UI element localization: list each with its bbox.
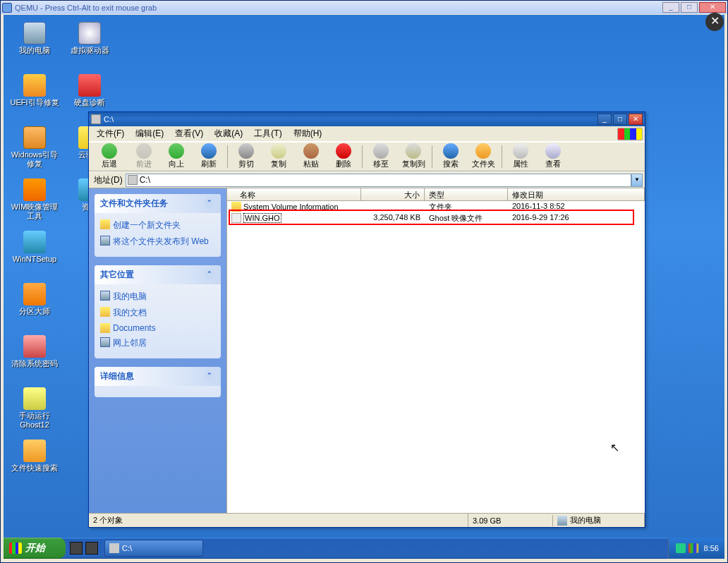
address-dropdown-button[interactable]: ▼ xyxy=(631,174,643,187)
desktop-icon[interactable]: WinNTSetup xyxy=(8,228,61,274)
toolbar-button[interactable]: 前进 xyxy=(128,143,159,171)
column-size[interactable]: 大小 xyxy=(361,188,425,200)
file-row[interactable]: WIN.GHO3,250,748 KBGhost 映像文件2016-9-29 1… xyxy=(227,212,645,224)
status-count: 2 个对象 xyxy=(89,514,468,527)
toolbar-icon xyxy=(336,143,351,159)
app-icon xyxy=(23,335,46,358)
toolbar-icon xyxy=(169,143,184,159)
quick-launch-item[interactable] xyxy=(70,542,83,555)
status-location: 我的电脑 xyxy=(553,514,645,527)
app-icon xyxy=(78,74,101,97)
toolbar-icon xyxy=(513,143,528,159)
column-date[interactable]: 修改日期 xyxy=(508,188,645,200)
tray-icon[interactable] xyxy=(688,543,698,553)
menu-item[interactable]: 文件(F) xyxy=(91,127,130,140)
task-panel: 文件和文件夹任务⌃创建一个新文件夹将这个文件夹发布到 Web xyxy=(95,194,221,257)
tray-icon[interactable] xyxy=(676,543,686,553)
qemu-maximize-button[interactable]: □ xyxy=(681,2,698,13)
task-panel-item[interactable]: Documents xyxy=(100,321,215,335)
toolbar-icon xyxy=(303,143,319,159)
menu-item[interactable]: 查看(V) xyxy=(169,127,209,140)
toolbar-icon xyxy=(545,143,561,159)
menu-item[interactable]: 编辑(E) xyxy=(130,127,169,140)
explorer-minimize-button[interactable]: _ xyxy=(597,114,612,125)
toolbar-button[interactable]: 复制到 xyxy=(398,143,429,171)
toolbar-button[interactable]: 删除 xyxy=(328,143,359,171)
start-button[interactable]: 开始 xyxy=(4,538,66,559)
item-icon xyxy=(100,337,110,347)
xp-taskbar: 开始 C:\ 8:56 xyxy=(4,538,724,559)
desktop-icon[interactable]: UEFI引导修复 xyxy=(8,71,61,118)
explorer-maximize-button[interactable]: □ xyxy=(613,114,627,125)
chevron-up-icon[interactable]: ⌃ xyxy=(204,370,215,382)
chevron-up-icon[interactable]: ⌃ xyxy=(204,198,215,209)
toolbar-button[interactable]: 后退 xyxy=(92,143,127,171)
item-icon xyxy=(100,236,110,246)
clock[interactable]: 8:56 xyxy=(704,544,719,552)
column-name[interactable]: 名称 xyxy=(227,188,361,200)
desktop-icon[interactable]: 清除系统密码 xyxy=(8,332,61,379)
toolbar-button[interactable]: 向上 xyxy=(161,143,192,171)
system-tray[interactable]: 8:56 xyxy=(668,538,724,559)
explorer-toolbar: 后退前进向上刷新剪切复制粘贴删除移至复制到搜索文件夹属性查看 xyxy=(89,142,645,171)
app-icon xyxy=(23,178,46,201)
explorer-file-pane[interactable]: 名称 大小 类型 修改日期 System Volume Information文… xyxy=(226,188,645,513)
menu-item[interactable]: 工具(T) xyxy=(248,127,287,140)
file-row[interactable]: System Volume Information文件夹2016-11-3 8:… xyxy=(227,201,645,212)
address-input[interactable]: C:\ xyxy=(126,174,631,187)
address-label: 地址(D) xyxy=(91,174,126,186)
task-panel-header[interactable]: 其它位置⌃ xyxy=(95,265,221,284)
desktop-icon[interactable]: 手动运行Ghost12 xyxy=(8,385,61,431)
overlay-close-icon[interactable]: ✕ xyxy=(705,13,724,31)
toolbar-button[interactable]: 复制 xyxy=(263,143,294,171)
task-panel-item[interactable]: 我的电脑 xyxy=(100,289,215,305)
taskbar-item-explorer[interactable]: C:\ xyxy=(104,540,203,557)
desktop-icon[interactable]: Widnows引导修复 xyxy=(8,123,61,170)
task-panel: 详细信息⌃ xyxy=(95,367,221,397)
windows-logo-icon xyxy=(617,128,643,140)
toolbar-button[interactable]: 粘贴 xyxy=(296,143,327,171)
qemu-app-icon xyxy=(2,3,12,13)
task-panel-item[interactable]: 网上邻居 xyxy=(100,335,215,351)
explorer-address-bar: 地址(D) C:\ ▼ xyxy=(89,171,645,188)
file-list-header: 名称 大小 类型 修改日期 xyxy=(227,188,645,201)
app-icon xyxy=(23,22,46,44)
desktop-icon[interactable]: WIM映像管理工具 xyxy=(8,176,61,222)
toolbar-button[interactable]: 剪切 xyxy=(231,143,262,171)
menu-item[interactable]: 帮助(H) xyxy=(288,127,328,140)
desktop-icon[interactable]: 文件快速搜索 xyxy=(8,437,61,483)
app-icon xyxy=(23,231,46,253)
desktop-icon[interactable]: 我的电脑 xyxy=(8,19,61,66)
task-panel-item[interactable]: 将这个文件夹发布到 Web xyxy=(100,234,215,250)
explorer-close-button[interactable]: ✕ xyxy=(629,114,643,125)
qemu-close-button[interactable]: ✕ xyxy=(699,2,726,13)
task-panel-header[interactable]: 文件和文件夹任务⌃ xyxy=(95,194,221,213)
app-icon xyxy=(23,440,46,462)
toolbar-icon xyxy=(136,143,152,159)
task-panel-item[interactable]: 创建一个新文件夹 xyxy=(100,217,215,234)
status-size: 3.09 GB xyxy=(468,515,553,526)
toolbar-button[interactable]: 刷新 xyxy=(193,143,224,171)
drive-icon xyxy=(109,543,119,553)
chevron-up-icon[interactable]: ⌃ xyxy=(204,269,215,280)
toolbar-icon xyxy=(102,143,117,159)
qemu-titlebar[interactable]: QEMU - Press Ctrl-Alt to exit mouse grab… xyxy=(1,1,727,14)
toolbar-button[interactable]: 文件夹 xyxy=(468,143,499,171)
desktop-icon[interactable]: 分区大师 xyxy=(8,280,61,327)
toolbar-button[interactable]: 移至 xyxy=(365,143,396,171)
explorer-titlebar[interactable]: C:\ _ □ ✕ xyxy=(89,112,645,126)
toolbar-button[interactable]: 属性 xyxy=(505,143,536,171)
computer-icon xyxy=(557,516,567,526)
task-panel-header[interactable]: 详细信息⌃ xyxy=(95,367,221,386)
file-icon xyxy=(231,202,241,212)
column-type[interactable]: 类型 xyxy=(425,188,508,200)
desktop-icon[interactable]: 虚拟驱动器 xyxy=(63,19,116,66)
qemu-minimize-button[interactable]: _ xyxy=(662,2,679,13)
menu-item[interactable]: 收藏(A) xyxy=(209,127,248,140)
task-panel-item[interactable]: 我的文档 xyxy=(100,305,215,321)
toolbar-icon xyxy=(406,143,421,159)
quick-launch-item[interactable] xyxy=(85,542,98,555)
toolbar-button[interactable]: 查看 xyxy=(538,143,569,171)
xp-desktop[interactable]: 我的电脑虚拟驱动器UEFI引导修复硬盘诊断Widnows引导修复云骑士WIM映像… xyxy=(4,15,724,559)
toolbar-button[interactable]: 搜索 xyxy=(435,143,466,171)
